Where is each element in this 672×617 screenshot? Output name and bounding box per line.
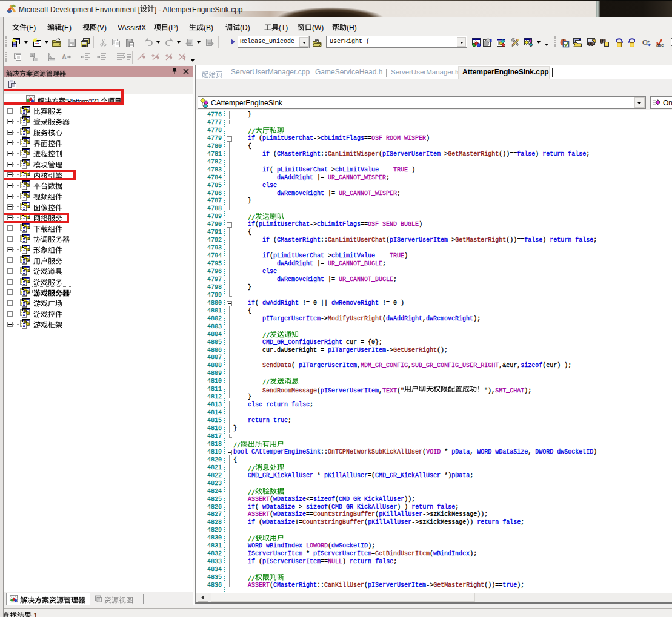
svg-text:abc: abc	[656, 42, 664, 48]
svg-text:A: A	[62, 53, 67, 61]
